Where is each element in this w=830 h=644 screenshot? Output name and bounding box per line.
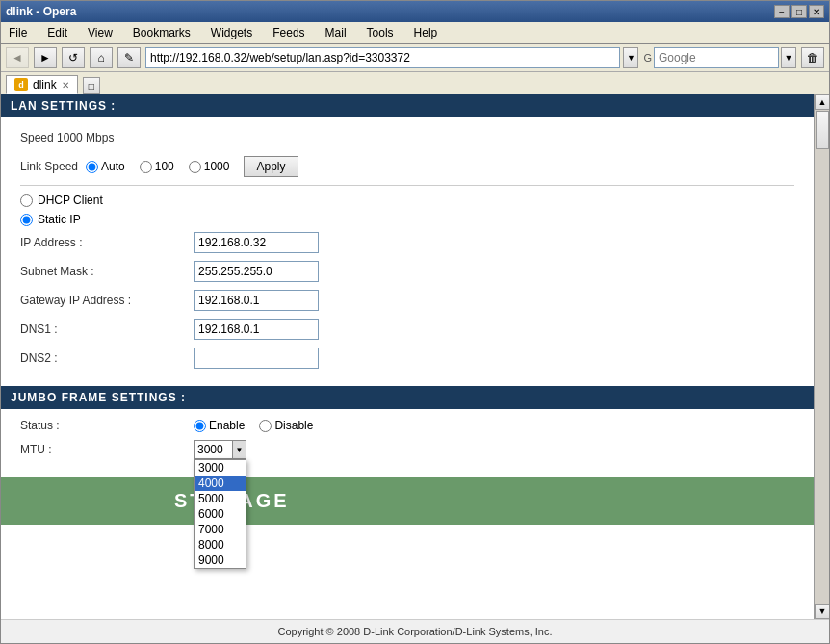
static-ip-option[interactable]: Static IP bbox=[20, 213, 794, 226]
mtu-option-6000[interactable]: 6000 bbox=[195, 506, 246, 522]
menu-widgets[interactable]: Widgets bbox=[203, 24, 260, 41]
subnet-mask-row: Subnet Mask : bbox=[20, 261, 794, 282]
dns2-label: DNS2 : bbox=[20, 351, 194, 365]
forward-button[interactable]: ► bbox=[34, 47, 57, 68]
menu-edit[interactable]: Edit bbox=[39, 24, 75, 41]
edit-button[interactable]: ✎ bbox=[117, 47, 141, 68]
search-input[interactable] bbox=[654, 47, 779, 68]
menu-mail[interactable]: Mail bbox=[318, 24, 354, 41]
scroll-down-button[interactable]: ▼ bbox=[815, 604, 829, 619]
link-speed-1000[interactable]: 1000 bbox=[189, 160, 230, 173]
scroll-track[interactable] bbox=[815, 110, 829, 604]
menu-help[interactable]: Help bbox=[406, 24, 446, 41]
home-icon: ⌂ bbox=[97, 51, 104, 64]
jumbo-settings-body: Status : Enable Disable bbox=[1, 409, 814, 477]
menu-tools[interactable]: Tools bbox=[359, 24, 402, 41]
disable-option[interactable]: Disable bbox=[259, 419, 313, 432]
mtu-option-5000[interactable]: 5000 bbox=[195, 491, 246, 506]
menu-bar: File Edit View Bookmarks Widgets Feeds M… bbox=[1, 22, 829, 44]
dns1-row: DNS1 : bbox=[20, 319, 794, 340]
dns2-row: DNS2 : bbox=[20, 348, 794, 369]
trash-icon: 🗑 bbox=[807, 51, 818, 64]
link-speed-100-label: 100 bbox=[155, 160, 174, 173]
tab-close-button[interactable]: ✕ bbox=[62, 80, 69, 90]
link-speed-auto-radio[interactable] bbox=[86, 161, 98, 173]
dhcp-client-label: DHCP Client bbox=[38, 193, 103, 207]
menu-feeds[interactable]: Feeds bbox=[265, 24, 312, 41]
search-dropdown-button[interactable]: ▼ bbox=[781, 47, 796, 68]
mtu-option-4000[interactable]: 4000 bbox=[195, 476, 246, 491]
dhcp-client-option[interactable]: DHCP Client bbox=[20, 193, 794, 207]
gateway-input[interactable] bbox=[194, 290, 319, 311]
search-chevron-icon: ▼ bbox=[785, 53, 793, 63]
back-button[interactable]: ◄ bbox=[6, 47, 29, 68]
footer-text: Copyright © 2008 D-Link Corporation/D-Li… bbox=[277, 626, 552, 637]
divider-1 bbox=[20, 185, 794, 186]
lan-settings-title: LAN SETTINGS : bbox=[11, 99, 116, 113]
dns1-label: DNS1 : bbox=[20, 322, 194, 336]
reload-icon: ↺ bbox=[68, 51, 78, 64]
static-ip-radio[interactable] bbox=[20, 214, 33, 226]
scroll-up-button[interactable]: ▲ bbox=[815, 94, 829, 110]
subnet-mask-input[interactable] bbox=[194, 261, 319, 282]
status-label: Status : bbox=[20, 419, 194, 432]
maximize-button[interactable]: □ bbox=[791, 5, 807, 18]
gateway-label: Gateway IP Address : bbox=[20, 294, 194, 307]
scroll-thumb[interactable] bbox=[816, 111, 829, 149]
enable-radio[interactable] bbox=[194, 420, 206, 432]
minimize-button[interactable]: − bbox=[774, 5, 790, 18]
search-engine-icon: G bbox=[643, 52, 652, 64]
mtu-select-display[interactable]: 3000 ▼ bbox=[194, 440, 246, 459]
chevron-down-icon: ▼ bbox=[627, 53, 635, 63]
mtu-option-9000[interactable]: 9000 bbox=[195, 553, 246, 568]
tab-bar: d dlink ✕ □ bbox=[1, 72, 829, 94]
ip-address-row: IP Address : bbox=[20, 232, 794, 253]
dhcp-client-radio[interactable] bbox=[20, 194, 33, 207]
enable-option[interactable]: Enable bbox=[194, 419, 245, 432]
home-button[interactable]: ⌂ bbox=[90, 47, 113, 68]
window-controls: − □ ✕ bbox=[774, 5, 824, 18]
back-icon: ◄ bbox=[12, 51, 23, 64]
close-button[interactable]: ✕ bbox=[809, 5, 824, 18]
address-dropdown-button[interactable]: ▼ bbox=[623, 47, 638, 68]
speed-row: Speed 1000 Mbps bbox=[20, 127, 794, 148]
mtu-row: MTU : 3000 ▼ 3000 4000 5000 600 bbox=[20, 440, 794, 459]
new-tab-button[interactable]: □ bbox=[83, 77, 100, 94]
tab-dlink[interactable]: d dlink ✕ bbox=[6, 75, 78, 94]
mtu-dropdown-arrow[interactable]: ▼ bbox=[232, 441, 246, 458]
link-speed-row: Link Speed Auto 100 bbox=[20, 156, 794, 177]
new-tab-icon: □ bbox=[89, 81, 94, 91]
link-speed-1000-label: 1000 bbox=[204, 160, 230, 173]
edit-icon: ✎ bbox=[124, 51, 134, 64]
link-speed-1000-radio[interactable] bbox=[189, 161, 201, 173]
mtu-option-3000[interactable]: 3000 bbox=[195, 460, 246, 476]
disable-radio[interactable] bbox=[259, 420, 272, 432]
link-speed-radio-group: Auto 100 1000 Apply bbox=[86, 156, 298, 177]
dns2-input[interactable] bbox=[194, 348, 319, 369]
link-speed-100-radio[interactable] bbox=[140, 161, 152, 173]
status-radio-group: Enable Disable bbox=[194, 419, 313, 432]
ip-address-input[interactable] bbox=[194, 232, 319, 253]
jumbo-settings-header: JUMBO FRAME SETTINGS : bbox=[1, 386, 814, 409]
subnet-mask-label: Subnet Mask : bbox=[20, 265, 194, 278]
mtu-option-7000[interactable]: 7000 bbox=[195, 522, 246, 537]
trash-button[interactable]: 🗑 bbox=[801, 47, 824, 68]
mtu-current-value: 3000 bbox=[195, 443, 232, 456]
mtu-option-8000[interactable]: 8000 bbox=[195, 537, 246, 553]
jumbo-settings-title: JUMBO FRAME SETTINGS : bbox=[11, 391, 186, 404]
apply-button[interactable]: Apply bbox=[244, 156, 298, 177]
link-speed-auto[interactable]: Auto bbox=[86, 160, 125, 173]
link-speed-100[interactable]: 100 bbox=[140, 160, 174, 173]
reload-button[interactable]: ↺ bbox=[62, 47, 85, 68]
window-title: dlink - Opera bbox=[6, 5, 76, 18]
menu-bookmarks[interactable]: Bookmarks bbox=[125, 24, 198, 41]
scroll-down-icon: ▼ bbox=[818, 606, 827, 616]
mtu-dropdown-list: 3000 4000 5000 6000 7000 8000 9000 bbox=[194, 459, 246, 569]
menu-view[interactable]: View bbox=[80, 24, 120, 41]
address-input[interactable] bbox=[145, 47, 620, 68]
gateway-row: Gateway IP Address : bbox=[20, 290, 794, 311]
forward-icon: ► bbox=[39, 51, 51, 64]
menu-file[interactable]: File bbox=[1, 24, 35, 41]
scrollbar: ▲ ▼ bbox=[814, 94, 829, 619]
dns1-input[interactable] bbox=[194, 319, 319, 340]
